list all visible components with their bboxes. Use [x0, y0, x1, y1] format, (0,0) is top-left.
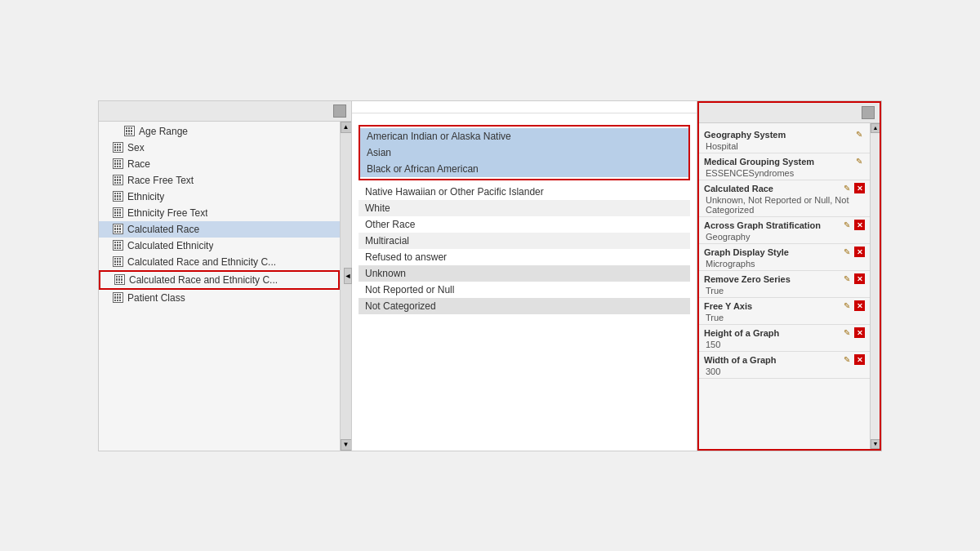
middle-panel-title: [352, 101, 697, 113]
grid-icon: [112, 292, 123, 304]
value-item-v6[interactable]: Other Race: [359, 216, 690, 233]
field-actions: ✎: [853, 156, 865, 167]
field-label: Calculated Race and Ethnicity C...: [127, 256, 276, 268]
field-item-ethnicity-free-text[interactable]: Ethnicity Free Text: [99, 205, 340, 221]
value-item-v3[interactable]: Black or African American: [360, 161, 688, 177]
field-label: Calculated Race: [127, 224, 199, 235]
field-label: Age Range: [139, 126, 188, 137]
edit-button-free-y-axis[interactable]: ✎: [841, 300, 853, 312]
query-field-calculated-race: Calculated Race✎✕Unknown, Not Reported o…: [699, 180, 870, 217]
grid-icon: [112, 191, 123, 202]
grid-icon: [112, 207, 123, 219]
field-item-patient-class[interactable]: Patient Class: [99, 290, 340, 306]
value-item-v9[interactable]: Unknown: [359, 265, 690, 282]
query-field-value-width-of-graph: 300: [704, 367, 865, 376]
query-field-name-text: Across Graph Stratification: [704, 220, 821, 230]
grid-icon: [114, 274, 125, 286]
field-item-race[interactable]: Race: [99, 156, 340, 172]
delete-button-width-of-graph[interactable]: ✕: [854, 354, 865, 365]
right-panel-content: Geography System✎HospitalMedical Groupin…: [699, 123, 870, 449]
edit-button-height-of-graph[interactable]: ✎: [841, 327, 853, 339]
field-item-calculated-race-eth-2[interactable]: Calculated Race and Ethnicity C...: [99, 270, 340, 290]
value-item-v11[interactable]: Not Categorized: [359, 298, 690, 314]
field-item-sex[interactable]: Sex: [99, 140, 340, 156]
query-field-value-height-of-graph: 150: [704, 340, 865, 349]
query-field-height-of-graph: Height of a Graph✎✕150: [699, 325, 870, 352]
query-field-name-calculated-race: Calculated Race✎✕: [704, 183, 865, 194]
delete-button-calculated-race[interactable]: ✕: [854, 183, 865, 193]
query-field-value-calculated-race: Unknown, Not Reported or Null, Not Categ…: [704, 195, 865, 215]
field-item-race-free-text[interactable]: Race Free Text: [99, 172, 340, 189]
grid-icon: [112, 142, 123, 153]
edit-button-calculated-race[interactable]: ✎: [841, 183, 853, 194]
query-field-name-text: Graph Display Style: [704, 247, 789, 257]
grid-icon: [112, 256, 123, 268]
value-item-v4[interactable]: Native Hawaiian or Other Pacific Islande…: [359, 184, 690, 200]
query-field-name-text: Free Y Axis: [704, 301, 752, 311]
delete-button-across-graph-stratification[interactable]: ✕: [854, 220, 865, 230]
field-label: Calculated Race and Ethnicity C...: [129, 274, 278, 286]
field-label: Patient Class: [127, 292, 185, 304]
query-field-across-graph-stratification: Across Graph Stratification✎✕Geography: [699, 217, 870, 244]
left-panel: Age RangeSexRaceRace Free TextEthnicityE…: [99, 101, 352, 451]
field-actions: ✎✕: [841, 220, 865, 231]
field-actions: ✎✕: [841, 247, 865, 258]
query-field-name-remove-zero-series: Remove Zero Series✎✕: [704, 273, 865, 285]
field-item-calculated-race[interactable]: Calculated Race: [99, 221, 340, 238]
grid-icon: [112, 240, 123, 251]
left-panel-content: Age RangeSexRaceRace Free TextEthnicityE…: [99, 122, 351, 451]
right-scroll-down[interactable]: ▼: [871, 439, 880, 449]
selected-values-box: American Indian or Alaska NativeAsianBla…: [359, 125, 690, 180]
edit-button-geography-system[interactable]: ✎: [853, 129, 865, 140]
values-list: Native Hawaiian or Other Pacific Islande…: [359, 184, 690, 314]
value-item-v7[interactable]: Multiracial: [359, 233, 690, 249]
grid-icon: [112, 175, 123, 186]
value-item-v10[interactable]: Not Reported or Null: [359, 282, 690, 298]
right-panel: Geography System✎HospitalMedical Groupin…: [697, 101, 881, 451]
delete-button-height-of-graph[interactable]: ✕: [854, 327, 865, 338]
query-field-name-text: Medical Grouping System: [704, 157, 814, 167]
field-item-calculated-race-eth-1[interactable]: Calculated Race and Ethnicity C...: [99, 254, 340, 270]
value-item-v1[interactable]: American Indian or Alaska Native: [360, 128, 688, 144]
value-item-v2[interactable]: Asian: [360, 144, 688, 161]
delete-button-remove-zero-series[interactable]: ✕: [854, 273, 865, 284]
collapse-button[interactable]: [333, 104, 346, 118]
grid-icon: [112, 224, 123, 235]
edit-button-medical-grouping-system[interactable]: ✎: [853, 156, 865, 167]
query-field-geography-system: Geography System✎Hospital: [699, 127, 870, 153]
query-field-medical-grouping-system: Medical Grouping System✎ESSENCESyndromes: [699, 153, 870, 180]
field-label: Race Free Text: [127, 175, 194, 186]
query-field-graph-display-style: Graph Display Style✎✕Micrographs: [699, 244, 870, 271]
value-item-v8[interactable]: Refused to answer: [359, 249, 690, 265]
scroll-down-arrow[interactable]: ▼: [341, 439, 352, 451]
query-field-name-graph-display-style: Graph Display Style✎✕: [704, 247, 865, 258]
scroll-up-arrow[interactable]: ▲: [341, 122, 352, 133]
right-scroll-up[interactable]: ▲: [871, 123, 880, 133]
right-scrollbar: ▲ ▼: [870, 123, 880, 449]
edit-button-graph-display-style[interactable]: ✎: [841, 247, 853, 258]
edit-button-width-of-graph[interactable]: ✎: [841, 354, 853, 366]
expand-button[interactable]: [862, 106, 875, 119]
edit-button-across-graph-stratification[interactable]: ✎: [841, 220, 853, 231]
right-panel-header: [699, 103, 880, 123]
field-item-calculated-ethnicity[interactable]: Calculated Ethnicity: [99, 238, 340, 254]
left-scrollbar: ▲ ▼: [340, 122, 351, 451]
collapse-middle-arrow[interactable]: ◄: [344, 268, 352, 284]
grid-icon: [112, 158, 123, 170]
field-item-ethnicity[interactable]: Ethnicity: [99, 189, 340, 205]
value-item-v5[interactable]: White: [359, 200, 690, 216]
query-field-name-geography-system: Geography System✎: [704, 129, 865, 140]
left-panel-header: [99, 101, 351, 122]
delete-button-free-y-axis[interactable]: ✕: [854, 300, 865, 311]
field-actions: ✎: [853, 129, 865, 140]
query-field-name-free-y-axis: Free Y Axis✎✕: [704, 300, 865, 312]
edit-button-remove-zero-series[interactable]: ✎: [841, 273, 853, 285]
grid-icon: [123, 126, 135, 137]
query-field-name-text: Width of a Graph: [704, 355, 777, 365]
query-field-value-medical-grouping-system: ESSENCESyndromes: [704, 168, 865, 178]
delete-button-graph-display-style[interactable]: ✕: [854, 247, 865, 257]
field-actions: ✎✕: [841, 327, 865, 339]
query-field-name-text: Height of a Graph: [704, 328, 779, 338]
field-label: Ethnicity Free Text: [127, 207, 207, 219]
field-item-age-range[interactable]: Age Range: [99, 123, 340, 140]
